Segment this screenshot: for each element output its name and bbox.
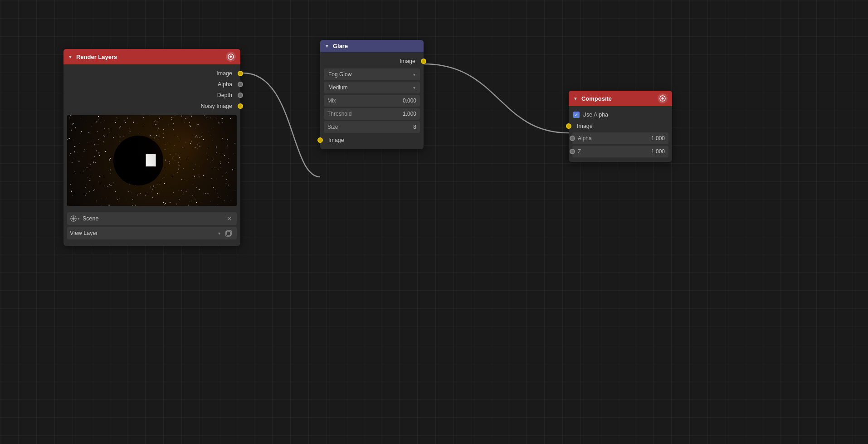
render-layers-title: Render Layers bbox=[76, 54, 222, 60]
glare-input-image-socket[interactable] bbox=[317, 137, 323, 143]
glare-size-field[interactable]: Size 8 bbox=[324, 121, 420, 133]
glare-quality-label: Medium bbox=[328, 84, 413, 91]
composite-alpha-value: 1.000 bbox=[651, 135, 665, 141]
composite-header[interactable]: ▼ Composite bbox=[569, 91, 672, 106]
output-image-row: Image bbox=[63, 68, 240, 79]
use-alpha-row: ✓ Use Alpha bbox=[569, 110, 672, 120]
view-layer-copy-button[interactable] bbox=[223, 228, 234, 239]
output-noisy-image-socket[interactable] bbox=[238, 103, 243, 109]
composite-z-label: Z bbox=[576, 148, 651, 155]
glare-header[interactable]: ▼ Glare bbox=[320, 40, 424, 52]
composite-z-socket[interactable] bbox=[570, 149, 575, 154]
glare-mix-label: Mix bbox=[327, 98, 403, 104]
scene-close-button[interactable]: ✕ bbox=[225, 214, 234, 223]
render-layers-node-icon bbox=[226, 52, 236, 62]
glare-output-image-socket[interactable] bbox=[421, 59, 426, 64]
output-alpha-socket[interactable] bbox=[238, 82, 243, 87]
glare-type-dropdown[interactable]: Fog Glow ▾ bbox=[324, 68, 420, 80]
composite-input-image-label: Image bbox=[573, 123, 596, 129]
render-layers-collapse-arrow: ▼ bbox=[68, 54, 73, 59]
glare-quality-dropdown-arrow: ▾ bbox=[413, 85, 415, 90]
render-layers-header[interactable]: ▼ Render Layers bbox=[63, 49, 240, 64]
output-noisy-image-label: Noisy Image bbox=[197, 103, 236, 109]
glare-threshold-value: 1.000 bbox=[403, 111, 416, 117]
render-layers-body: Image Alpha Depth Noisy Image bbox=[63, 64, 240, 246]
glare-quality-dropdown[interactable]: Medium ▾ bbox=[324, 82, 420, 93]
glare-output-image-row: Image bbox=[320, 56, 424, 67]
composite-node-icon bbox=[658, 93, 668, 103]
node-composite: ▼ Composite ✓ Use Alpha Image Alpha 1.00… bbox=[569, 91, 672, 162]
svg-point-2 bbox=[72, 217, 74, 220]
glare-body: Image Fog Glow ▾ Medium ▾ Mix 0.000 Thre… bbox=[320, 52, 424, 149]
use-alpha-label: Use Alpha bbox=[582, 112, 608, 118]
output-image-socket[interactable] bbox=[238, 71, 243, 76]
node-render-layers: ▼ Render Layers Image Alpha Depth Noisy … bbox=[63, 49, 240, 246]
view-layer-row[interactable]: View Layer ▾ bbox=[67, 227, 237, 239]
composite-z-value: 1.000 bbox=[651, 148, 665, 155]
output-noisy-image-row: Noisy Image bbox=[63, 101, 240, 112]
output-alpha-label: Alpha bbox=[214, 81, 236, 88]
output-depth-label: Depth bbox=[214, 92, 236, 98]
scene-name-label: Scene bbox=[83, 215, 222, 222]
output-depth-socket[interactable] bbox=[238, 93, 243, 98]
view-layer-dropdown-arrow: ▾ bbox=[218, 231, 220, 236]
output-image-label: Image bbox=[213, 70, 236, 77]
composite-input-image-socket[interactable] bbox=[566, 123, 571, 129]
composite-alpha-socket[interactable] bbox=[570, 136, 575, 141]
preview-canvas bbox=[67, 115, 237, 206]
glare-output-image-label: Image bbox=[396, 58, 419, 64]
view-layer-label: View Layer bbox=[70, 230, 215, 236]
node-glare: ▼ Glare Image Fog Glow ▾ Medium ▾ Mix 0.… bbox=[320, 40, 424, 149]
scene-row[interactable]: ▾ Scene ✕ bbox=[67, 212, 237, 225]
glare-size-value: 8 bbox=[413, 124, 416, 130]
scene-icon: ▾ bbox=[70, 214, 80, 224]
composite-alpha-label: Alpha bbox=[576, 135, 651, 141]
glare-type-label: Fog Glow bbox=[328, 71, 413, 78]
composite-input-image-row: Image bbox=[569, 121, 672, 132]
use-alpha-checkbox[interactable]: ✓ bbox=[573, 112, 580, 118]
glare-size-label: Size bbox=[327, 124, 413, 130]
composite-body: ✓ Use Alpha Image Alpha 1.000 Z 1.000 bbox=[569, 106, 672, 162]
render-layers-footer: ▾ Scene ✕ View Layer ▾ bbox=[63, 210, 240, 242]
glare-collapse-arrow: ▼ bbox=[325, 44, 329, 49]
glare-input-image-label: Image bbox=[325, 137, 348, 143]
glare-type-dropdown-arrow: ▾ bbox=[413, 72, 415, 77]
render-preview bbox=[67, 115, 237, 206]
glare-title: Glare bbox=[333, 43, 419, 49]
glare-threshold-label: Threshold bbox=[327, 111, 403, 117]
composite-collapse-arrow: ▼ bbox=[573, 96, 578, 101]
composite-z-field[interactable]: Z 1.000 bbox=[572, 146, 668, 157]
composite-title: Composite bbox=[581, 95, 654, 102]
composite-alpha-field[interactable]: Alpha 1.000 bbox=[572, 132, 668, 144]
glare-mix-value: 0.000 bbox=[403, 98, 416, 104]
output-depth-row: Depth bbox=[63, 90, 240, 101]
output-alpha-row: Alpha bbox=[63, 79, 240, 90]
glare-input-image-row: Image bbox=[320, 135, 424, 146]
glare-threshold-field[interactable]: Threshold 1.000 bbox=[324, 108, 420, 120]
glare-mix-field[interactable]: Mix 0.000 bbox=[324, 95, 420, 107]
